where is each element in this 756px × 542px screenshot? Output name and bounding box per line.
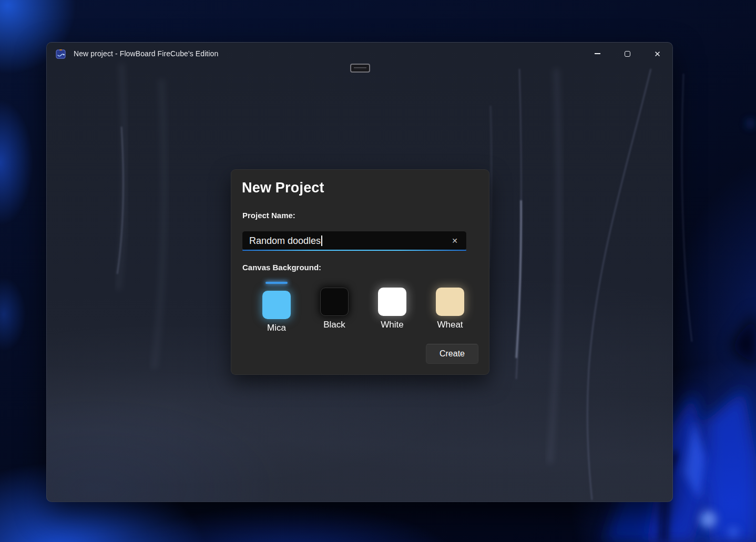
- swatch-label: White: [381, 320, 403, 330]
- clear-icon: ✕: [452, 237, 458, 244]
- minimize-button[interactable]: [583, 43, 612, 65]
- swatch-option-white[interactable]: White: [376, 288, 408, 330]
- swatch-option-wheat[interactable]: Wheat: [434, 288, 466, 330]
- clear-input-button[interactable]: ✕: [448, 234, 461, 247]
- app-window: New project - FlowBoard FireCube's Editi…: [46, 42, 673, 502]
- canvas-background-label: Canvas Background:: [242, 263, 321, 272]
- white-color-swatch: [378, 288, 406, 316]
- titlebar[interactable]: New project - FlowBoard FireCube's Editi…: [47, 43, 672, 65]
- project-name-input[interactable]: Random doodles ✕: [242, 231, 467, 251]
- swatch-label: Mica: [267, 323, 286, 333]
- dialog-title: New Project: [242, 180, 324, 196]
- minimize-icon: [595, 53, 600, 54]
- collapsed-toolbar-pill[interactable]: [350, 64, 370, 73]
- swatch-option-mica[interactable]: Mica: [261, 291, 292, 333]
- swatch-option-black[interactable]: Black: [319, 288, 350, 330]
- mica-color-swatch: [262, 291, 291, 319]
- black-color-swatch: [320, 288, 349, 316]
- wheat-color-swatch: [436, 288, 464, 316]
- app-icon[interactable]: [56, 49, 66, 59]
- new-project-dialog: New Project Project Name: Random doodles…: [231, 169, 489, 375]
- project-name-value: Random doodles: [249, 236, 321, 247]
- toolbar-pill-slot-icon: [354, 67, 366, 69]
- project-name-label: Project Name:: [242, 211, 295, 220]
- text-caret: [321, 236, 322, 246]
- desktop-background: { "window": { "title": "New project - Fl…: [0, 0, 756, 542]
- canvas-background-options: Mica Black White Wheat: [261, 288, 466, 330]
- close-icon: ✕: [654, 50, 661, 58]
- window-controls: ✕: [583, 43, 672, 65]
- window-title: New project - FlowBoard FireCube's Editi…: [74, 49, 218, 58]
- selection-indicator: [265, 282, 288, 284]
- create-button[interactable]: Create: [426, 344, 478, 364]
- swatch-label: Wheat: [437, 320, 463, 330]
- swatch-label: Black: [323, 320, 345, 330]
- close-button[interactable]: ✕: [642, 43, 672, 65]
- maximize-icon: [625, 51, 630, 57]
- maximize-button[interactable]: [612, 43, 642, 65]
